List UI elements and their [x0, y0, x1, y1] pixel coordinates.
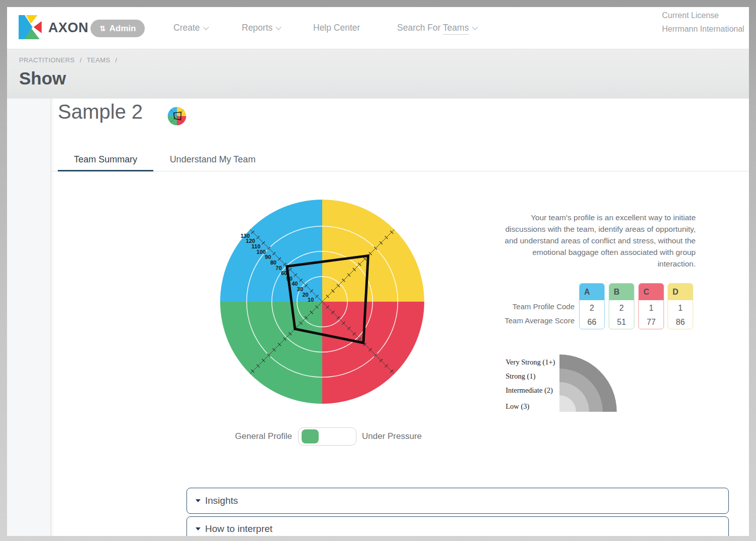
main-area: Sample 2 Team Summary Understand My Team… [7, 99, 749, 536]
toggle-right-label: Under Pressure [362, 431, 422, 441]
license-name: Herrmann International [662, 22, 749, 36]
triangle-down-icon [196, 499, 201, 502]
profile-code-a: 2 [580, 301, 604, 315]
breadcrumb-separator: / [80, 56, 82, 64]
triangle-down-icon [196, 527, 201, 530]
admin-role-button[interactable]: ⇅ Admin [90, 20, 145, 37]
legend-low: Low (3) [506, 402, 529, 411]
svg-text:130: 130 [240, 233, 249, 239]
chevron-down-icon [472, 24, 478, 30]
row-label-average-score: Team Average Score [483, 316, 575, 326]
accordion-insights[interactable]: Insights [186, 488, 729, 514]
license-label: Current License [662, 9, 749, 22]
switch-role-icon: ⇅ [100, 24, 106, 33]
toggle-left-label: General Profile [201, 431, 292, 441]
accordion-insights-label: Insights [205, 495, 238, 506]
profile-mode-toggle[interactable] [298, 427, 356, 445]
breadcrumb-teams[interactable]: TEAMS [86, 56, 110, 64]
svg-text:120: 120 [246, 238, 255, 244]
accordion-how-to-interpret-label: How to interpret [205, 523, 272, 534]
score-column-b: B 2 51 [609, 283, 634, 329]
nav-help-center[interactable]: Help Center [313, 23, 360, 33]
quadrant-b-header: B [609, 284, 634, 300]
content-panel: Sample 2 Team Summary Understand My Team… [50, 99, 749, 536]
license-info: Current License Herrmann International [662, 9, 749, 36]
breadcrumb: PRACTITIONERS / TEAMS / [19, 56, 120, 64]
profile-code-b: 2 [609, 301, 634, 315]
average-score-c: 77 [639, 315, 664, 329]
average-score-d: 86 [668, 315, 693, 329]
quadrant-d-header: D [668, 284, 693, 300]
row-label-profile-code: Team Profile Code [483, 302, 575, 312]
legend-strong: Strong (1) [506, 372, 535, 381]
profile-code-c: 1 [639, 301, 664, 315]
team-name-title: Sample 2 [58, 101, 143, 123]
score-column-c: C 1 77 [638, 283, 664, 329]
average-score-a: 66 [580, 315, 604, 329]
team-profile-radar-chart: 102030405060708090100110120130 [217, 196, 428, 407]
profile-toggle-knob[interactable] [302, 429, 319, 443]
quadrant-c-header: C [639, 284, 664, 300]
axon-logo-icon [18, 14, 44, 40]
nav-help-center-label: Help Center [313, 23, 360, 33]
score-column-a: A 2 66 [579, 283, 605, 329]
legend-intermediate: Intermediate (2) [506, 386, 553, 395]
quadrant-a-header: A [580, 284, 604, 300]
nav-reports[interactable]: Reports [242, 23, 280, 33]
search-entity-label: Teams [443, 23, 469, 35]
svg-text:90: 90 [265, 254, 271, 260]
svg-text:110: 110 [251, 243, 260, 249]
svg-text:10: 10 [308, 297, 314, 303]
svg-text:40: 40 [292, 281, 298, 287]
app-window: AXON ⇅ Admin Create Reports Help Center … [7, 7, 749, 536]
nav-reports-label: Reports [242, 23, 272, 33]
score-column-d: D 1 86 [668, 283, 693, 329]
strength-bands-quarter-arc [559, 354, 617, 412]
chevron-down-icon [203, 24, 209, 30]
breadcrumb-separator: / [115, 56, 117, 64]
page-title: Show [19, 68, 66, 88]
page-header: PRACTITIONERS / TEAMS / Show [7, 49, 749, 99]
svg-text:80: 80 [270, 259, 276, 265]
svg-text:100: 100 [256, 249, 265, 255]
svg-text:30: 30 [297, 286, 303, 292]
chevron-down-icon [276, 24, 281, 30]
tab-bar: Team Summary Understand My Team [58, 149, 259, 171]
nav-search-for-teams[interactable]: Search For Teams [397, 23, 477, 33]
breadcrumb-practitioners[interactable]: PRACTITIONERS [19, 56, 75, 64]
top-navbar: AXON ⇅ Admin Create Reports Help Center … [7, 7, 749, 49]
svg-text:60: 60 [281, 270, 287, 276]
nav-create-label: Create [173, 23, 200, 33]
tab-team-summary[interactable]: Team Summary [58, 149, 153, 171]
tab-understand-my-team[interactable]: Understand My Team [166, 149, 259, 171]
profile-code-d: 1 [668, 301, 693, 315]
legend-very-strong: Very Strong (1+) [506, 358, 555, 367]
admin-role-label: Admin [110, 24, 136, 34]
accordion-how-to-interpret[interactable]: How to interpret [186, 516, 729, 536]
svg-text:70: 70 [275, 265, 281, 271]
team-profile-description: Your team's profile is an excellent way … [503, 212, 696, 269]
nav-create[interactable]: Create [173, 23, 208, 33]
average-score-b: 51 [609, 315, 634, 329]
search-for-label: Search For [397, 23, 441, 33]
brand-name: AXON [48, 20, 88, 36]
team-profile-thumbnail-icon [167, 107, 186, 126]
svg-text:20: 20 [302, 292, 308, 298]
